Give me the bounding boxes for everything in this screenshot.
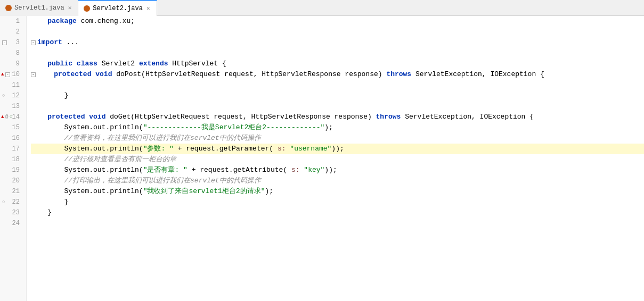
code-line-9: public class Servlet2 extends HttpServle… [31,58,644,69]
gutter-line-18: 18 [0,154,23,165]
gutter-line-19: 19 [0,165,23,175]
tab-label-servlet1: Servlet1.java [14,4,64,12]
code-line-3: - import ... [31,37,644,48]
code-line-2 [31,27,644,37]
code-line-1: package com.cheng.xu; [31,16,644,27]
gutter-line-21: 21 [0,186,23,197]
code-line-15: System.out.println( "-------------我是Serv… [31,122,644,133]
gutter-line-13: 13 [0,101,23,112]
code-line-13 [31,101,644,112]
gutter-line-14: ▲ @ ○ 14 [0,112,23,122]
tab-servlet2[interactable]: Servlet2.java ✕ [78,0,157,16]
code-line-14: protected void doGet(HttpServletRequest … [31,112,644,122]
gutter-line-9: 9 [0,58,23,69]
tab-icon-servlet1 [5,5,12,11]
line-gutter: 1 2 - 3 8 9 ▲ - 10 11 ○ 12 [0,16,27,301]
code-line-21: System.out.println( "我收到了来自servlet1柜台2的请… [31,186,644,197]
code-line-18: //进行核对查看是否有前一柜台的章 [31,154,644,165]
tab-bar: Servlet1.java ✕ Servlet2.java ✕ [0,0,644,16]
editor-container: 1 2 - 3 8 9 ▲ - 10 11 ○ 12 [0,16,644,301]
fold-icon-code-3[interactable]: - [31,40,36,45]
tab-label-servlet2: Servlet2.java [93,5,143,12]
code-line-8 [31,48,644,58]
gutter-line-10: ▲ - 10 [0,69,23,80]
code-line-11 [31,80,644,90]
code-area[interactable]: package com.cheng.xu; - import ... publi… [27,16,644,301]
code-line-12: } [31,90,644,101]
gutter-line-24: 24 [0,218,23,229]
tab-close-servlet2[interactable]: ✕ [145,5,151,12]
code-line-23: } [31,207,644,218]
gutter-line-23: 23 [0,207,23,218]
at-icon-14: @ [5,112,8,122]
circle-icon-22: ○ [2,197,5,207]
gutter-line-3: - 3 [0,37,23,48]
arrow-icon-14: ▲ [1,112,4,122]
circle-icon-14: ○ [10,112,12,122]
fold-icon-10[interactable]: - [5,72,10,77]
code-line-19: System.out.println( "是否有章: " + request.g… [31,165,644,175]
gutter-line-1: 1 [0,16,23,27]
code-line-24 [31,218,644,229]
tab-icon-servlet2 [84,5,90,12]
editor-root: Servlet1.java ✕ Servlet2.java ✕ 1 2 - 3 … [0,0,644,301]
code-line-16: //查看资料，在这里我们可以进行我们在servlet中的代码操作 [31,133,644,144]
gutter-line-16: 16 [0,133,23,144]
code-line-22: } [31,197,644,207]
code-line-10: - protected void doPost(HttpServletReque… [31,69,644,80]
code-line-17: System.out.println( "参数: " + request.get… [31,144,644,154]
gutter-line-2: 2 [0,27,23,37]
tab-close-servlet1[interactable]: ✕ [67,4,73,11]
gutter-line-8: 8 [0,48,23,58]
gutter-line-12: ○ 12 [0,90,23,101]
code-line-20: //打印输出，在这里我们可以进行我们在servlet中的代码操作 [31,175,644,186]
arrow-icon-10: ▲ [1,69,4,80]
gutter-line-22: ○ 22 [0,197,23,207]
gutter-line-17: 17 [0,144,23,154]
circle-icon-12: ○ [2,90,5,101]
gutter-line-20: 20 [0,175,23,186]
gutter-line-15: 15 [0,122,23,133]
gutter-line-11: 11 [0,80,23,90]
fold-icon-3[interactable]: - [2,40,7,45]
fold-icon-code-10[interactable]: - [31,72,36,77]
tab-servlet1[interactable]: Servlet1.java ✕ [0,0,78,16]
